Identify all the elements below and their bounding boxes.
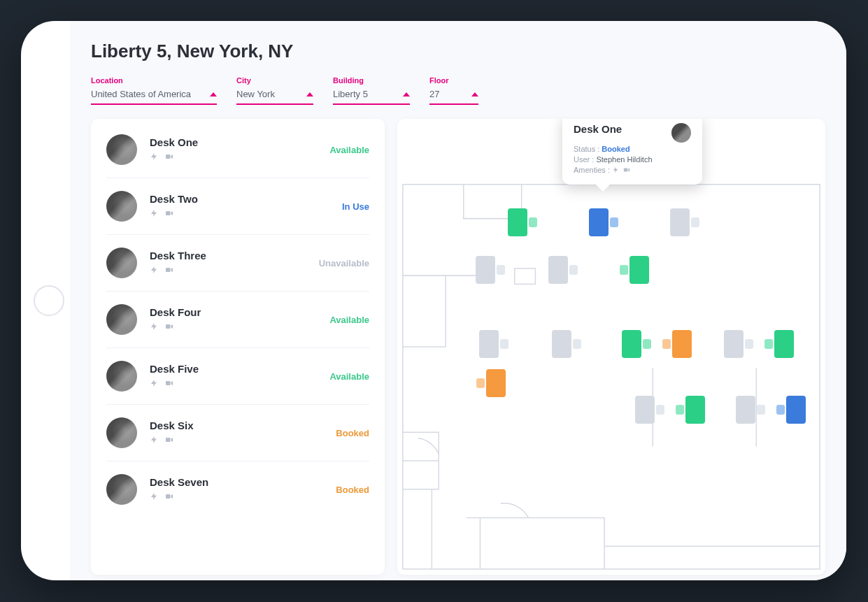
desk-name: Desk Five [150,363,329,375]
svg-rect-8 [515,268,536,284]
map-desk[interactable] [685,396,705,424]
caret-up-icon [471,92,478,96]
desk-status: Unavailable [319,258,369,268]
power-icon [150,208,158,220]
desk-list: Desk OneAvailableDesk TwoIn UseDesk Thre… [91,119,385,575]
svg-rect-5 [166,438,171,442]
map-desk[interactable] [670,208,690,236]
svg-rect-9 [624,169,627,172]
tablet-frame: Liberty 5, New York, NY Location United … [21,21,846,580]
map-desk[interactable] [622,330,641,358]
desk-status: Available [329,371,369,382]
desk-name: Desk One [150,136,329,148]
tooltip-user-line: User : Stephen Hilditch [574,155,691,164]
desk-thumb [106,361,137,392]
map-desk[interactable] [508,208,527,236]
map-desk[interactable] [486,369,506,397]
filter-floor[interactable]: Floor 27 [429,76,478,105]
filter-label: Building [333,76,410,85]
desk-row[interactable]: Desk FiveAvailable [106,348,369,405]
video-icon [164,321,175,334]
desk-name: Desk Four [150,306,329,318]
desk-status: Available [329,145,369,155]
desk-row[interactable]: Desk SixBooked [106,405,369,461]
map-desk[interactable] [629,256,649,284]
floorplan-lines [397,119,825,575]
svg-rect-1 [166,211,171,215]
desk-thumb [106,134,137,165]
video-icon [164,491,175,503]
desk-row[interactable]: Desk OneAvailable [106,122,369,178]
video-icon [164,434,175,447]
desk-row[interactable]: Desk TwoIn Use [106,178,369,235]
map-desk[interactable] [724,330,744,358]
power-icon [150,378,158,390]
video-icon [622,166,631,175]
filter-value: New York [236,89,275,99]
map-desk[interactable] [672,330,692,358]
map-desk[interactable] [736,396,755,424]
svg-rect-0 [166,155,171,159]
map-desk[interactable] [589,208,609,236]
app-shell: Liberty 5, New York, NY Location United … [70,21,846,580]
desk-status: Available [329,315,369,325]
filter-value: United States of America [91,89,191,99]
video-icon [164,151,175,164]
desk-name: Desk Seven [150,476,336,488]
desk-name: Desk Three [150,250,319,261]
filter-label: Floor [429,76,478,85]
filter-city[interactable]: City New York [236,76,313,105]
floor-map[interactable]: Desk One Status : Booked User : Stephen … [397,119,825,575]
power-icon [150,491,158,503]
tooltip-title: Desk One [574,123,622,135]
desk-row[interactable]: Desk SevenBooked [106,461,369,517]
caret-up-icon [306,92,313,96]
map-desk[interactable] [479,330,499,358]
desk-row[interactable]: Desk ThreeUnavailable [106,235,369,292]
desk-thumb [106,304,137,335]
video-icon [164,264,175,277]
map-desk[interactable] [476,256,495,284]
svg-rect-4 [166,381,171,385]
svg-rect-2 [166,268,171,272]
tooltip-status-line: Status : Booked [574,145,691,153]
content-area: Desk OneAvailableDesk TwoIn UseDesk Thre… [91,119,825,575]
desk-status: Booked [336,428,369,438]
caret-up-icon [403,92,410,96]
filter-value: 27 [429,89,439,99]
power-icon [150,264,158,277]
filter-value: Liberty 5 [333,89,368,99]
desk-status: Booked [336,485,369,495]
map-desk[interactable] [635,396,655,424]
video-icon [164,208,175,220]
desk-row[interactable]: Desk FourAvailable [106,292,369,348]
desk-name: Desk Two [150,193,342,205]
desk-status: In Use [342,201,369,212]
map-desk[interactable] [774,330,794,358]
tooltip-amenities-line: Amenties : [574,166,691,175]
map-desk[interactable] [552,330,571,358]
desk-thumb [106,417,137,448]
svg-rect-6 [166,494,171,499]
map-desk[interactable] [548,256,568,284]
filter-building[interactable]: Building Liberty 5 [333,76,410,105]
power-icon [150,321,158,334]
filter-bar: Location United States of America City N… [91,76,825,105]
page-title: Liberty 5, New York, NY [91,41,825,62]
filter-label: City [236,76,313,85]
caret-up-icon [210,92,217,96]
map-desk[interactable] [786,396,806,424]
power-icon [150,151,158,164]
filter-location[interactable]: Location United States of America [91,76,217,105]
filter-label: Location [91,76,217,85]
desk-thumb [106,474,137,505]
desk-name: Desk Six [150,420,336,431]
svg-rect-3 [166,324,171,329]
video-icon [164,378,175,390]
desk-thumb [106,248,137,278]
avatar [671,123,691,143]
desk-tooltip: Desk One Status : Booked User : Stephen … [562,119,702,185]
desk-thumb [106,191,137,222]
power-icon [150,434,158,447]
home-button[interactable] [34,285,64,316]
